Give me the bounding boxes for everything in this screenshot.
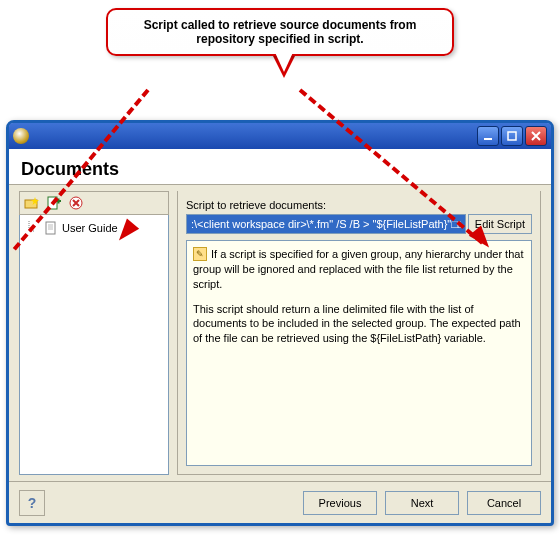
delete-button[interactable] <box>68 195 84 211</box>
folder-star-icon <box>24 195 40 211</box>
maximize-button[interactable] <box>501 126 523 146</box>
tree-toolbar <box>19 191 169 215</box>
document-tree[interactable]: User Guide <box>19 215 169 475</box>
minimize-button[interactable] <box>477 126 499 146</box>
close-icon <box>531 131 541 141</box>
script-field-label: Script to retrieve documents: <box>186 199 532 211</box>
dialog-footer: ? Previous Next Cancel <box>9 481 551 523</box>
info-box: ✎ If a script is specified for a given g… <box>186 240 532 466</box>
next-button[interactable]: Next <box>385 491 459 515</box>
minimize-icon <box>483 131 493 141</box>
note-icon: ✎ <box>193 247 207 261</box>
svg-rect-1 <box>508 132 516 140</box>
titlebar[interactable] <box>9 123 551 149</box>
help-button[interactable]: ? <box>19 490 45 516</box>
tree-item-user-guide[interactable]: User Guide <box>24 219 164 237</box>
page-title: Documents <box>21 159 539 180</box>
svg-rect-6 <box>46 222 55 234</box>
add-folder-button[interactable] <box>24 195 40 211</box>
app-icon <box>13 128 29 144</box>
maximize-icon <box>507 131 517 141</box>
cancel-button[interactable]: Cancel <box>467 491 541 515</box>
callout-tail-inner <box>273 48 295 72</box>
info-paragraph-1: If a script is specified for a given gro… <box>193 247 525 292</box>
left-panel: User Guide <box>19 191 169 475</box>
previous-button[interactable]: Previous <box>303 491 377 515</box>
callout-text: Script called to retrieve source documen… <box>144 18 417 46</box>
tree-item-label: User Guide <box>62 222 118 234</box>
svg-rect-0 <box>484 138 492 140</box>
dialog-window: Documents <box>6 120 554 526</box>
delete-x-icon <box>69 196 83 210</box>
document-icon <box>44 221 58 235</box>
info-paragraph-2: This script should return a line delimit… <box>193 302 525 347</box>
close-button[interactable] <box>525 126 547 146</box>
script-input[interactable] <box>186 214 466 234</box>
